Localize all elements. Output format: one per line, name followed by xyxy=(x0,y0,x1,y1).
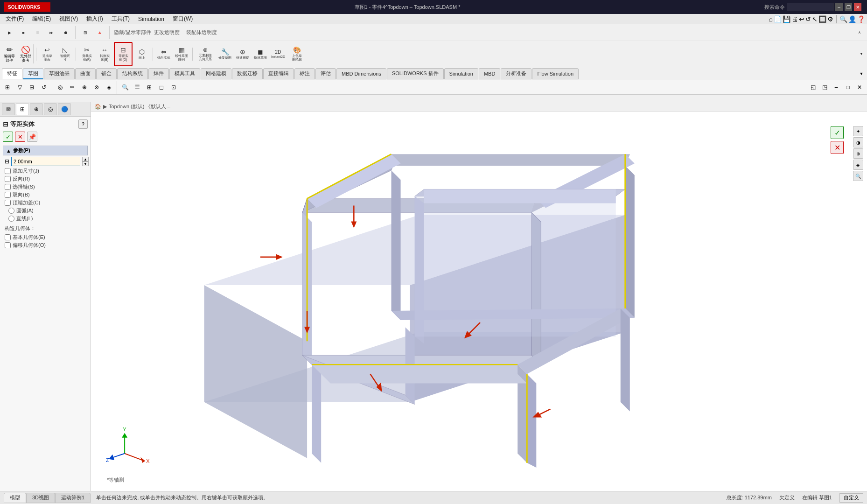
add-dim-checkbox[interactable] xyxy=(5,168,11,174)
tab-mesh[interactable]: 网格建模 xyxy=(201,68,231,79)
instant2d-btn[interactable]: 2D Instant2D xyxy=(270,43,287,65)
tab-mold[interactable]: 模具工具 xyxy=(169,68,200,79)
lp-tab-3[interactable]: ⊕ xyxy=(30,103,43,115)
lp-tab-2[interactable]: ⊞ xyxy=(16,103,29,115)
convert-btn[interactable]: ↔ 转换实体(B) xyxy=(96,43,113,65)
tab-simulation[interactable]: Simulation xyxy=(444,68,478,79)
expand-btn-2[interactable]: ∧ xyxy=(856,29,863,36)
lp-tab-4[interactable]: ◎ xyxy=(44,103,57,115)
play-btn[interactable]: ▶ xyxy=(4,27,15,38)
tab-structure[interactable]: 结构系统 xyxy=(117,68,148,79)
params-section-header[interactable]: ▲ 参数(P) xyxy=(3,146,88,155)
menu-file[interactable]: 文件(F) xyxy=(2,14,28,24)
sec-btn-13[interactable]: ◻ xyxy=(156,82,167,93)
fix-sketch-btn[interactable]: 🔧 修复草图 xyxy=(217,43,233,65)
rt-btn-1[interactable]: ✦ xyxy=(853,126,863,136)
sec-btn-1[interactable]: ⊞ xyxy=(2,82,13,93)
line-radio[interactable] xyxy=(8,216,14,222)
tab-annotation[interactable]: 标注 xyxy=(294,68,315,79)
menu-simulation[interactable]: Simulation xyxy=(134,15,168,23)
basic-geo-checkbox[interactable] xyxy=(5,234,11,240)
status-tab-3dview[interactable]: 3D视图 xyxy=(26,493,55,503)
spin-up-btn[interactable]: ▲ xyxy=(82,157,89,161)
menu-icon-6[interactable]: ↺ xyxy=(805,15,811,23)
reverse-checkbox[interactable] xyxy=(5,176,11,182)
pin-btn[interactable]: 📌 xyxy=(27,132,37,142)
quick-snap-btn[interactable]: ⊕ 快速捕捉 xyxy=(234,43,251,65)
offset-geo-checkbox[interactable] xyxy=(5,242,11,248)
tab-surface[interactable]: 曲面 xyxy=(75,68,96,79)
menu-icon-1[interactable]: ⌂ xyxy=(769,15,773,23)
tab-sketch-ink[interactable]: 草图油墨 xyxy=(44,68,75,79)
tab-flow-simulation[interactable]: Flow Simulation xyxy=(532,68,579,79)
sec-btn-9[interactable]: ◈ xyxy=(103,82,114,93)
sec-btn-5[interactable]: ◎ xyxy=(55,82,66,93)
cancel-btn[interactable]: ✕ xyxy=(15,132,25,142)
menu-view[interactable]: 视图(V) xyxy=(56,14,82,24)
search-input[interactable] xyxy=(787,3,833,11)
sec-right-btn-1[interactable]: ◱ xyxy=(807,82,818,93)
expand-btn[interactable]: 🔺 xyxy=(94,27,105,38)
menu-icon-2[interactable]: 📄 xyxy=(774,15,782,23)
tab-sheet-metal[interactable]: 钣金 xyxy=(96,68,117,79)
status-tab-motion[interactable]: 运动算例1 xyxy=(55,493,91,503)
viewport-3d[interactable]: X Y Z *等轴测 ✓ ✕ ✦ ◑ ⊕ ◈ xyxy=(91,112,867,491)
tab-sketch[interactable]: 草图 xyxy=(23,68,43,79)
menu-cursor-icon[interactable]: ↖ xyxy=(812,15,818,23)
menu-icon-9[interactable]: 🔍 xyxy=(839,15,847,23)
tab-expand-btn[interactable]: ▼ xyxy=(858,69,865,78)
menu-tools[interactable]: 工具(T) xyxy=(108,14,133,24)
rt-btn-5[interactable]: 🔍 xyxy=(853,171,863,181)
mirror-btn[interactable]: ⇔ 镜向实体 xyxy=(155,43,172,65)
restore-button[interactable]: ❐ xyxy=(845,3,852,11)
minimize-button[interactable]: – xyxy=(835,3,843,11)
sec-btn-2[interactable]: ▽ xyxy=(14,82,25,93)
menu-window[interactable]: 窗口(W) xyxy=(169,14,196,24)
sec-btn-6[interactable]: ✏ xyxy=(67,82,78,93)
rt-btn-2[interactable]: ◑ xyxy=(853,137,863,147)
smart-dim-btn[interactable]: ◺ 智能尺寸 xyxy=(56,43,73,65)
on-face-btn[interactable]: ⬡ 面上 xyxy=(133,43,150,65)
tab-direct-edit[interactable]: 直接编辑 xyxy=(263,68,294,79)
pause-btn[interactable]: ⏸ xyxy=(32,27,43,38)
del-geo-btn[interactable]: ⊗ 元素删除几何关系 xyxy=(195,43,216,65)
ok-btn[interactable]: ✓ xyxy=(3,132,13,142)
tab-evaluate[interactable]: 评估 xyxy=(315,68,336,79)
menu-icon-7[interactable]: 🔲 xyxy=(818,15,826,23)
viewport-cancel-btn[interactable]: ✕ xyxy=(831,141,844,154)
status-tab-model[interactable]: 模型 xyxy=(4,493,26,503)
sec-btn-3[interactable]: ⊟ xyxy=(26,82,37,93)
tab-analysis-prep[interactable]: 分析准备 xyxy=(501,68,531,79)
select-chain-checkbox[interactable] xyxy=(5,184,11,190)
viewport-ok-btn[interactable]: ✓ xyxy=(831,126,844,139)
sec-btn-7[interactable]: ⊕ xyxy=(79,82,90,93)
bidirectional-checkbox[interactable] xyxy=(5,192,11,198)
tab-feature[interactable]: 特征 xyxy=(2,68,22,79)
spin-down-btn[interactable]: ▼ xyxy=(82,161,89,166)
menu-icon-5[interactable]: ↩ xyxy=(799,15,804,23)
menu-icon-11[interactable]: ❓ xyxy=(857,15,865,23)
menu-insert[interactable]: 插入(I) xyxy=(83,14,106,24)
close-button[interactable]: ✕ xyxy=(854,3,861,11)
tab-sw-plugins[interactable]: SOLIDWORKS 插件 xyxy=(387,68,444,79)
menu-icon-8[interactable]: ⚙ xyxy=(827,15,833,23)
menu-icon-4[interactable]: 🖨 xyxy=(791,15,798,23)
stop-btn[interactable]: ■ xyxy=(18,27,29,38)
lp-tab-5[interactable]: 🔵 xyxy=(58,103,71,115)
rt-btn-3[interactable]: ⊕ xyxy=(853,148,863,159)
sec-btn-10[interactable]: 🔍 xyxy=(119,82,131,93)
linear-pattern-btn[interactable]: ▦ 线性草图阵列 xyxy=(173,43,190,65)
view-grid-btn[interactable]: ⊞ xyxy=(80,27,91,38)
trim-btn[interactable]: ✂ 剪裁实体(R) xyxy=(78,43,95,65)
offset-btn[interactable]: ⊟ 等距实体(O) xyxy=(114,42,133,66)
lp-tab-1[interactable]: ✉ xyxy=(2,103,15,115)
quick-sketch-btn[interactable]: ◼ 快速草图 xyxy=(252,43,269,65)
tab-data-migrate[interactable]: 数据迁移 xyxy=(232,68,263,79)
rt-btn-4[interactable]: ◈ xyxy=(853,160,863,170)
sec-right-btn-4[interactable]: □ xyxy=(842,82,853,93)
color-sketch-btn[interactable]: 🎨 上色草图轮廓 xyxy=(287,43,306,65)
sec-btn-8[interactable]: ⊗ xyxy=(91,82,102,93)
exit-sketch-btn[interactable]: ↩ 退出草图面 xyxy=(39,43,56,65)
tab-mbd-dim[interactable]: MBD Dimensions xyxy=(336,68,386,79)
menu-icon-3[interactable]: 💾 xyxy=(783,15,790,23)
